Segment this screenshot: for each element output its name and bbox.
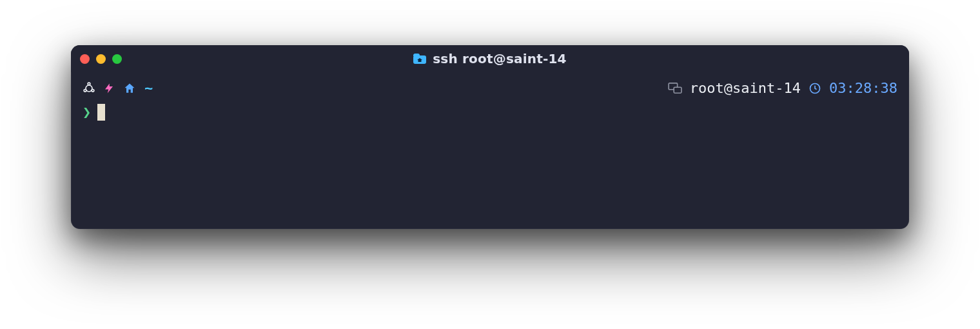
window-title: ssh root@saint-14 <box>433 51 567 66</box>
prompt-line[interactable]: ❯ <box>83 99 897 123</box>
titlebar: ssh root@saint-14 <box>71 45 909 72</box>
lightning-icon <box>103 81 115 95</box>
prompt-symbol: ❯ <box>83 101 91 123</box>
svg-point-1 <box>88 83 90 85</box>
cwd-tilde: ~ <box>144 77 153 99</box>
terminal-cursor[interactable] <box>97 104 105 121</box>
terminal-body[interactable]: ~ root@saint-14 <box>71 72 909 134</box>
window-controls <box>80 54 122 64</box>
ubuntu-icon <box>83 82 95 95</box>
svg-point-3 <box>84 89 86 92</box>
clock-icon <box>808 82 821 95</box>
stage: ssh root@saint-14 <box>0 0 980 329</box>
status-right: root@saint-14 03:28:38 <box>668 77 897 99</box>
maximize-button[interactable] <box>112 54 122 64</box>
remote-icon <box>668 83 682 94</box>
status-line: ~ root@saint-14 <box>83 77 897 99</box>
remote-host: root@saint-14 <box>690 77 801 99</box>
status-left: ~ <box>83 77 153 99</box>
terminal-window: ssh root@saint-14 <box>71 45 909 229</box>
title-center: ssh root@saint-14 <box>71 51 909 66</box>
folder-icon <box>413 54 426 64</box>
home-icon <box>122 82 137 95</box>
close-button[interactable] <box>80 54 90 64</box>
clock-time: 03:28:38 <box>829 77 897 99</box>
svg-rect-5 <box>674 87 681 93</box>
minimize-button[interactable] <box>96 54 106 64</box>
svg-point-2 <box>92 89 94 92</box>
